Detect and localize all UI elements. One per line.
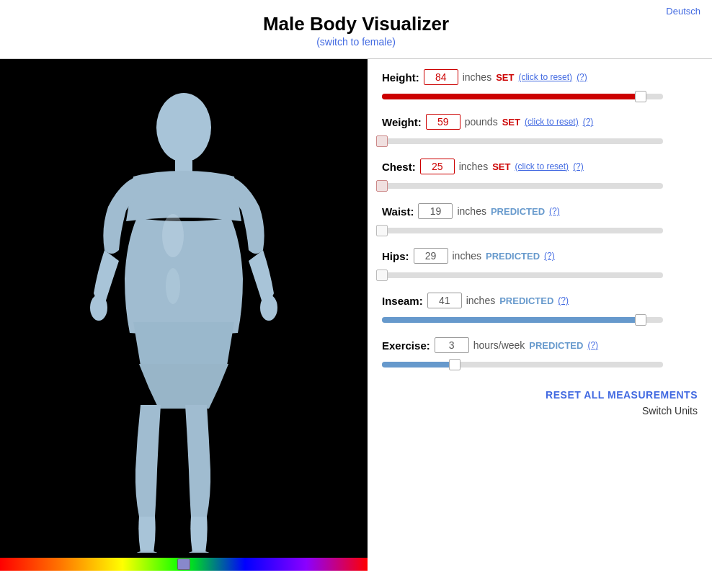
language-link[interactable]: Deutsch <box>666 6 700 17</box>
svg-point-2 <box>90 295 107 321</box>
inseam-predicted: PREDICTED <box>499 295 553 306</box>
exercise-unit: hours/week <box>473 339 525 351</box>
waist-unit: inches <box>457 205 486 217</box>
inseam-input[interactable] <box>427 293 462 308</box>
reset-all-button[interactable]: RESET ALL MEASUREMENTS <box>546 389 698 401</box>
svg-point-7 <box>166 268 180 304</box>
exercise-row: Exercise: hours/week PREDICTED (?) <box>382 337 698 372</box>
inseam-unit: inches <box>466 295 495 306</box>
hips-unit: inches <box>453 250 481 262</box>
bottom-actions: RESET ALL MEASUREMENTS Switch Units <box>382 389 698 416</box>
weight-reset[interactable]: (click to reset) <box>525 117 579 127</box>
waist-predicted: PREDICTED <box>491 206 545 217</box>
body-svg <box>61 77 306 553</box>
waist-input[interactable] <box>418 203 453 219</box>
height-row: Height: inches SET (click to reset) (?) <box>382 69 698 104</box>
waist-label: Waist: <box>382 205 414 218</box>
rainbow-thumb[interactable] <box>177 558 190 570</box>
exercise-label: Exercise: <box>382 339 430 352</box>
weight-input[interactable] <box>426 114 460 130</box>
inseam-help[interactable]: (?) <box>558 295 569 306</box>
hips-row: Hips: inches PREDICTED (?) <box>382 248 698 282</box>
weight-label: Weight: <box>382 116 422 128</box>
waist-slider-track[interactable] <box>382 223 663 238</box>
height-reset[interactable]: (click to reset) <box>518 72 572 82</box>
height-input[interactable] <box>424 69 458 85</box>
inseam-row: Inseam: inches PREDICTED (?) <box>382 293 698 327</box>
svg-point-0 <box>156 93 211 162</box>
chest-set: SET <box>492 161 510 172</box>
exercise-help[interactable]: (?) <box>587 340 598 350</box>
chest-help[interactable]: (?) <box>573 161 584 172</box>
inseam-slider-track[interactable] <box>382 313 663 327</box>
rainbow-bar[interactable] <box>0 558 368 571</box>
svg-point-6 <box>162 214 184 257</box>
controls-panel: Height: inches SET (click to reset) (?) … <box>368 59 712 571</box>
hips-input[interactable] <box>414 248 448 264</box>
svg-point-3 <box>260 295 277 321</box>
chest-unit: inches <box>459 161 488 172</box>
height-help[interactable]: (?) <box>577 72 587 82</box>
chest-label: Chest: <box>382 161 416 173</box>
viewer-panel <box>0 59 368 571</box>
chest-reset[interactable]: (click to reset) <box>515 161 569 172</box>
svg-point-4 <box>134 551 160 553</box>
inseam-label: Inseam: <box>382 295 423 307</box>
exercise-slider-track[interactable] <box>382 357 663 372</box>
weight-set: SET <box>502 117 520 128</box>
waist-help[interactable]: (?) <box>549 206 560 216</box>
height-unit: inches <box>463 71 491 83</box>
weight-slider-track[interactable] <box>382 134 663 148</box>
weight-unit: pounds <box>465 116 498 128</box>
waist-row: Waist: inches PREDICTED (?) <box>382 203 698 238</box>
weight-help[interactable]: (?) <box>583 117 594 127</box>
hips-help[interactable]: (?) <box>544 251 555 261</box>
hips-slider-track[interactable] <box>382 268 663 282</box>
svg-point-5 <box>186 551 212 553</box>
switch-units-button[interactable]: Switch Units <box>642 405 698 416</box>
height-slider-track[interactable] <box>382 89 663 104</box>
hips-predicted: PREDICTED <box>486 251 540 262</box>
page-title: Male Body Visualizer <box>0 13 712 35</box>
exercise-input[interactable] <box>435 337 469 353</box>
body-figure <box>0 59 368 571</box>
chest-input[interactable] <box>420 159 455 174</box>
height-set: SET <box>496 72 514 83</box>
main-layout: Height: inches SET (click to reset) (?) … <box>0 58 712 571</box>
chest-slider-track[interactable] <box>382 179 663 193</box>
header: Male Body Visualizer (switch to female) <box>0 0 712 53</box>
switch-gender-link[interactable]: (switch to female) <box>316 36 396 48</box>
hips-label: Hips: <box>382 250 409 262</box>
chest-row: Chest: inches SET (click to reset) (?) <box>382 159 698 193</box>
exercise-predicted: PREDICTED <box>529 340 583 351</box>
height-label: Height: <box>382 71 419 84</box>
weight-row: Weight: pounds SET (click to reset) (?) <box>382 114 698 148</box>
